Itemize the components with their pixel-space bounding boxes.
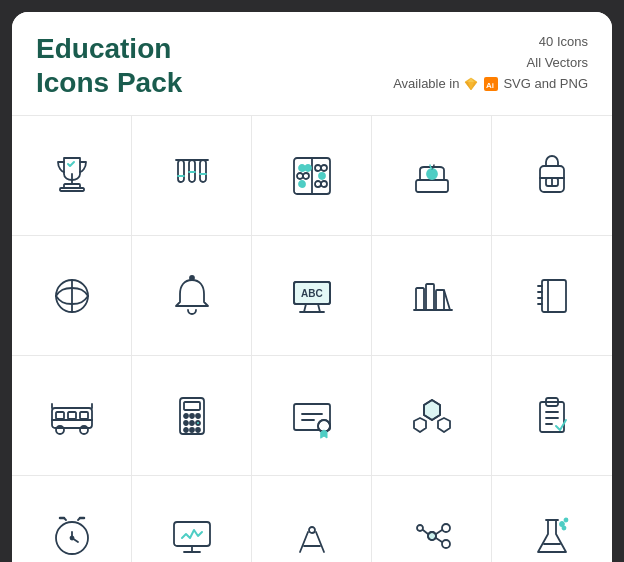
svg-line-41 <box>318 304 320 312</box>
svg-point-69 <box>196 421 200 425</box>
title-line1: Education <box>36 33 171 64</box>
icon-monitor <box>132 476 252 562</box>
meta-vectors: All Vectors <box>393 53 588 74</box>
svg-rect-9 <box>178 160 184 182</box>
svg-point-70 <box>184 428 188 432</box>
icon-notebook <box>492 236 612 356</box>
svg-point-19 <box>305 165 311 171</box>
svg-point-66 <box>196 414 200 418</box>
icon-abacus <box>252 116 372 236</box>
svg-point-68 <box>190 421 194 425</box>
sketch-icon <box>463 76 479 92</box>
svg-rect-55 <box>68 412 76 419</box>
svg-point-29 <box>427 169 437 179</box>
meta-available-in: Available in <box>393 74 459 95</box>
svg-point-36 <box>190 276 194 280</box>
icon-clock <box>12 476 132 562</box>
svg-point-27 <box>321 181 327 187</box>
icon-compass <box>252 476 372 562</box>
icon-hexagons <box>372 356 492 476</box>
svg-point-111 <box>560 522 564 526</box>
icon-bus <box>12 356 132 476</box>
ai-icon: Ai <box>483 76 499 92</box>
icon-books <box>372 236 492 356</box>
svg-rect-11 <box>200 160 206 182</box>
icon-bell <box>132 236 252 356</box>
svg-line-40 <box>304 304 306 312</box>
svg-point-71 <box>190 428 194 432</box>
icon-test-tubes <box>132 116 252 236</box>
svg-rect-45 <box>436 290 444 310</box>
icon-flask <box>492 476 612 562</box>
svg-point-25 <box>299 181 305 187</box>
icon-chalkboard: ABC <box>252 236 372 356</box>
icon-certificate <box>252 356 372 476</box>
svg-rect-63 <box>184 402 200 410</box>
svg-point-24 <box>319 173 325 179</box>
svg-point-23 <box>303 173 309 179</box>
product-card: Education Icons Pack 40 Icons All Vector… <box>12 12 612 562</box>
svg-line-107 <box>436 530 442 534</box>
svg-point-65 <box>190 414 194 418</box>
svg-point-98 <box>309 527 315 533</box>
icon-book-apple <box>372 116 492 236</box>
icon-ball <box>12 236 132 356</box>
meta-formats-row: Available in Ai SVG and PNG <box>393 74 588 95</box>
svg-line-99 <box>300 532 308 552</box>
svg-point-67 <box>184 421 188 425</box>
svg-rect-47 <box>542 280 566 312</box>
svg-rect-43 <box>416 288 424 310</box>
icon-molecule <box>372 476 492 562</box>
icons-grid: ABC <box>12 115 612 562</box>
meta-formats: SVG and PNG <box>503 74 588 95</box>
svg-point-105 <box>442 540 450 548</box>
svg-line-100 <box>316 532 324 552</box>
card-header: Education Icons Pack 40 Icons All Vector… <box>12 12 612 115</box>
svg-rect-28 <box>416 180 448 192</box>
svg-rect-54 <box>56 412 64 419</box>
icon-trophy <box>12 116 132 236</box>
svg-point-104 <box>442 524 450 532</box>
svg-point-106 <box>417 525 423 531</box>
svg-rect-8 <box>60 188 84 191</box>
svg-line-108 <box>436 538 442 542</box>
icon-backpack <box>492 116 612 236</box>
icon-calculator <box>132 356 252 476</box>
svg-rect-53 <box>52 408 92 428</box>
svg-point-72 <box>196 428 200 432</box>
svg-text:Ai: Ai <box>486 81 494 90</box>
meta-icon-count: 40 Icons <box>393 32 588 53</box>
title-line2: Icons Pack <box>36 67 182 98</box>
svg-text:ABC: ABC <box>301 288 323 299</box>
card-meta: 40 Icons All Vectors Available in Ai SVG… <box>393 32 588 94</box>
svg-point-112 <box>565 518 568 521</box>
card-title: Education Icons Pack <box>36 32 182 99</box>
svg-point-64 <box>184 414 188 418</box>
icon-clipboard <box>492 356 612 476</box>
svg-rect-44 <box>426 284 434 310</box>
svg-point-21 <box>321 165 327 171</box>
svg-marker-81 <box>414 418 426 432</box>
svg-point-90 <box>70 536 73 539</box>
svg-marker-80 <box>438 418 450 432</box>
svg-rect-10 <box>189 160 195 182</box>
svg-rect-56 <box>80 412 88 419</box>
svg-line-109 <box>423 530 428 534</box>
svg-point-113 <box>563 526 566 529</box>
